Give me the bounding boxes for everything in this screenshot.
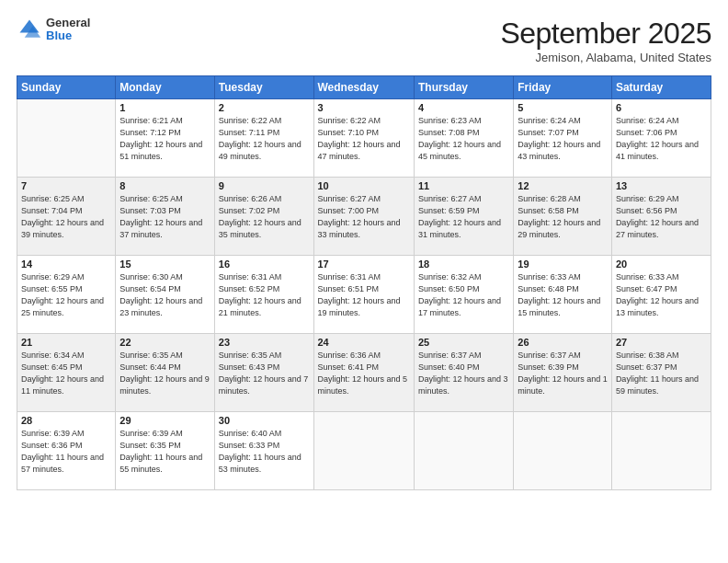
day-number: 18 <box>418 259 509 270</box>
month-title: September 2025 <box>500 17 711 51</box>
day-info: Sunrise: 6:34 AMSunset: 6:45 PMDaylight:… <box>21 350 111 397</box>
calendar-cell: 18Sunrise: 6:32 AMSunset: 6:50 PMDayligh… <box>414 256 513 334</box>
calendar-cell: 27Sunrise: 6:38 AMSunset: 6:37 PMDayligh… <box>611 334 711 412</box>
calendar-cell: 9Sunrise: 6:26 AMSunset: 7:02 PMDaylight… <box>214 178 313 256</box>
calendar-cell: 21Sunrise: 6:34 AMSunset: 6:45 PMDayligh… <box>17 334 116 412</box>
day-number: 11 <box>418 180 509 191</box>
day-number: 15 <box>119 259 210 270</box>
calendar-cell: 11Sunrise: 6:27 AMSunset: 6:59 PMDayligh… <box>414 178 513 256</box>
day-header-saturday: Saturday <box>611 76 711 99</box>
calendar-cell: 8Sunrise: 6:25 AMSunset: 7:03 PMDaylight… <box>116 178 214 256</box>
day-header-sunday: Sunday <box>17 76 116 99</box>
day-number: 19 <box>518 259 608 270</box>
day-number: 29 <box>119 415 210 426</box>
day-info: Sunrise: 6:37 AMSunset: 6:40 PMDaylight:… <box>418 350 509 397</box>
calendar-cell: 14Sunrise: 6:29 AMSunset: 6:55 PMDayligh… <box>17 256 116 334</box>
day-number: 26 <box>518 337 608 348</box>
day-number: 30 <box>219 415 310 426</box>
calendar-cell: 6Sunrise: 6:24 AMSunset: 7:06 PMDaylight… <box>611 99 711 178</box>
day-number: 8 <box>119 180 210 191</box>
calendar-cell: 3Sunrise: 6:22 AMSunset: 7:10 PMDaylight… <box>313 99 414 178</box>
calendar-table: SundayMondayTuesdayWednesdayThursdayFrid… <box>17 75 711 490</box>
calendar-cell: 16Sunrise: 6:31 AMSunset: 6:52 PMDayligh… <box>214 256 313 334</box>
logo-blue: Blue <box>46 29 90 42</box>
day-header-tuesday: Tuesday <box>214 76 313 99</box>
calendar-cell: 25Sunrise: 6:37 AMSunset: 6:40 PMDayligh… <box>414 334 513 412</box>
calendar-cell: 20Sunrise: 6:33 AMSunset: 6:47 PMDayligh… <box>611 256 711 334</box>
day-number: 4 <box>418 102 509 113</box>
day-info: Sunrise: 6:31 AMSunset: 6:52 PMDaylight:… <box>219 271 310 319</box>
title-block: September 2025 Jemison, Alabama, United … <box>500 17 711 64</box>
calendar-cell <box>611 412 711 490</box>
logo: General Blue <box>17 17 90 43</box>
calendar-cell: 29Sunrise: 6:39 AMSunset: 6:35 PMDayligh… <box>116 412 214 490</box>
day-number: 20 <box>616 259 707 270</box>
day-number: 10 <box>318 180 410 191</box>
day-number: 24 <box>318 337 410 348</box>
day-number: 22 <box>119 337 210 348</box>
day-number: 21 <box>21 337 111 348</box>
calendar-week-3: 14Sunrise: 6:29 AMSunset: 6:55 PMDayligh… <box>17 256 711 334</box>
calendar-week-5: 28Sunrise: 6:39 AMSunset: 6:36 PMDayligh… <box>17 412 711 490</box>
day-info: Sunrise: 6:32 AMSunset: 6:50 PMDaylight:… <box>418 271 509 319</box>
calendar-cell: 12Sunrise: 6:28 AMSunset: 6:58 PMDayligh… <box>514 178 612 256</box>
header: General Blue September 2025 Jemison, Ala… <box>17 17 711 64</box>
day-info: Sunrise: 6:35 AMSunset: 6:44 PMDaylight:… <box>119 350 210 397</box>
logo-icon <box>17 17 42 42</box>
day-number: 1 <box>119 102 210 113</box>
calendar-cell: 24Sunrise: 6:36 AMSunset: 6:41 PMDayligh… <box>313 334 414 412</box>
day-info: Sunrise: 6:29 AMSunset: 6:55 PMDaylight:… <box>21 271 111 319</box>
calendar-cell: 30Sunrise: 6:40 AMSunset: 6:33 PMDayligh… <box>214 412 313 490</box>
day-number: 28 <box>21 415 111 426</box>
day-number: 27 <box>616 337 707 348</box>
calendar-cell: 19Sunrise: 6:33 AMSunset: 6:48 PMDayligh… <box>514 256 612 334</box>
day-number: 9 <box>219 180 310 191</box>
day-info: Sunrise: 6:29 AMSunset: 6:56 PMDaylight:… <box>616 193 707 241</box>
day-number: 2 <box>219 102 310 113</box>
calendar-cell: 28Sunrise: 6:39 AMSunset: 6:36 PMDayligh… <box>17 412 116 490</box>
calendar-cell: 2Sunrise: 6:22 AMSunset: 7:11 PMDaylight… <box>214 99 313 178</box>
day-info: Sunrise: 6:22 AMSunset: 7:10 PMDaylight:… <box>318 115 410 163</box>
day-number: 3 <box>318 102 410 113</box>
calendar-cell: 1Sunrise: 6:21 AMSunset: 7:12 PMDaylight… <box>116 99 214 178</box>
day-header-friday: Friday <box>514 76 612 99</box>
calendar-cell: 23Sunrise: 6:35 AMSunset: 6:43 PMDayligh… <box>214 334 313 412</box>
calendar-cell: 10Sunrise: 6:27 AMSunset: 7:00 PMDayligh… <box>313 178 414 256</box>
day-info: Sunrise: 6:39 AMSunset: 6:35 PMDaylight:… <box>119 428 210 476</box>
day-info: Sunrise: 6:25 AMSunset: 7:03 PMDaylight:… <box>119 193 210 241</box>
header-row: SundayMondayTuesdayWednesdayThursdayFrid… <box>17 76 711 99</box>
day-info: Sunrise: 6:26 AMSunset: 7:02 PMDaylight:… <box>219 193 310 241</box>
day-info: Sunrise: 6:39 AMSunset: 6:36 PMDaylight:… <box>21 428 111 476</box>
day-number: 16 <box>219 259 310 270</box>
calendar-cell <box>514 412 612 490</box>
day-info: Sunrise: 6:35 AMSunset: 6:43 PMDaylight:… <box>219 350 310 397</box>
calendar-cell: 5Sunrise: 6:24 AMSunset: 7:07 PMDaylight… <box>514 99 612 178</box>
calendar-cell: 7Sunrise: 6:25 AMSunset: 7:04 PMDaylight… <box>17 178 116 256</box>
day-info: Sunrise: 6:40 AMSunset: 6:33 PMDaylight:… <box>219 428 310 476</box>
day-info: Sunrise: 6:28 AMSunset: 6:58 PMDaylight:… <box>518 193 608 241</box>
day-info: Sunrise: 6:33 AMSunset: 6:48 PMDaylight:… <box>518 271 608 319</box>
day-number: 23 <box>219 337 310 348</box>
calendar-cell <box>414 412 513 490</box>
calendar-cell: 26Sunrise: 6:37 AMSunset: 6:39 PMDayligh… <box>514 334 612 412</box>
day-number: 17 <box>318 259 410 270</box>
day-number: 5 <box>518 102 608 113</box>
calendar-cell <box>17 99 116 178</box>
day-info: Sunrise: 6:27 AMSunset: 6:59 PMDaylight:… <box>418 193 509 241</box>
calendar-cell: 13Sunrise: 6:29 AMSunset: 6:56 PMDayligh… <box>611 178 711 256</box>
day-number: 7 <box>21 180 111 191</box>
day-header-monday: Monday <box>116 76 214 99</box>
day-number: 14 <box>21 259 111 270</box>
day-info: Sunrise: 6:36 AMSunset: 6:41 PMDaylight:… <box>318 350 410 397</box>
calendar-cell: 17Sunrise: 6:31 AMSunset: 6:51 PMDayligh… <box>313 256 414 334</box>
day-info: Sunrise: 6:37 AMSunset: 6:39 PMDaylight:… <box>518 350 608 397</box>
day-info: Sunrise: 6:24 AMSunset: 7:06 PMDaylight:… <box>616 115 707 163</box>
day-info: Sunrise: 6:33 AMSunset: 6:47 PMDaylight:… <box>616 271 707 319</box>
calendar-week-2: 7Sunrise: 6:25 AMSunset: 7:04 PMDaylight… <box>17 178 711 256</box>
day-info: Sunrise: 6:21 AMSunset: 7:12 PMDaylight:… <box>119 115 210 163</box>
calendar-cell <box>313 412 414 490</box>
day-number: 13 <box>616 180 707 191</box>
calendar-week-1: 1Sunrise: 6:21 AMSunset: 7:12 PMDaylight… <box>17 99 711 178</box>
day-info: Sunrise: 6:38 AMSunset: 6:37 PMDaylight:… <box>616 350 707 397</box>
location: Jemison, Alabama, United States <box>500 51 711 64</box>
